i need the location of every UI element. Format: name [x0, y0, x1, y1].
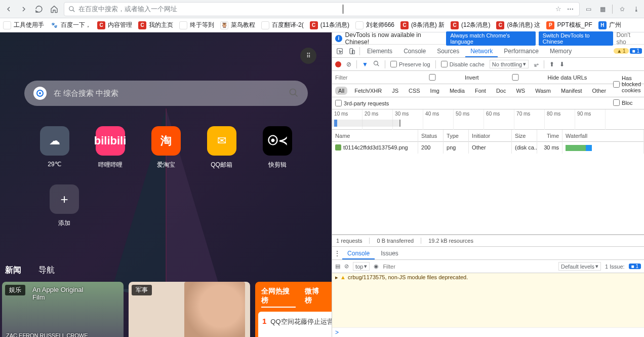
console-filter-input[interactable] — [383, 264, 554, 270]
bookmark-item[interactable]: H广州 — [598, 21, 621, 29]
tile-taobao[interactable]: 淘爱淘宝 — [151, 126, 181, 169]
bookmark-item[interactable]: ≡工具使用手 — [3, 21, 44, 29]
tab-console[interactable]: Console — [398, 45, 431, 57]
download-har-icon[interactable]: ⬇ — [559, 61, 565, 68]
bookmark-item[interactable]: 🦉菜鸟教程 — [220, 21, 255, 29]
feed-card-entertainment[interactable]: 娱乐 An Apple Original Film ZAC EFRON RUSS… — [2, 282, 124, 337]
feed-tab-nav[interactable]: 导航 — [37, 263, 56, 278]
search-placeholder: 在 综合搜索 中搜索 — [54, 89, 118, 98]
search-icon[interactable] — [373, 60, 380, 68]
bookmark-item[interactable]: C内容管理 — [97, 21, 132, 29]
apps-icon[interactable]: ▦ — [598, 5, 607, 14]
record-button[interactable] — [335, 61, 341, 67]
tab-elements[interactable]: Elements — [362, 45, 397, 57]
type-filter[interactable]: Img — [427, 87, 442, 95]
type-filter[interactable]: Doc — [493, 87, 509, 95]
type-filter[interactable]: Media — [447, 87, 468, 95]
type-filter[interactable]: Manifest — [558, 87, 585, 95]
blocked-cookies-checkbox[interactable]: Has blocked cookies — [613, 75, 641, 93]
console-context-select[interactable]: top ▾ — [353, 262, 370, 271]
bookmark-item[interactable]: C(8条消息) 新 — [400, 21, 445, 29]
bookmark-item[interactable]: C(11条消息) — [310, 21, 349, 29]
network-timeline[interactable]: 10 ms20 ms30 ms40 ms50 ms60 ms70 ms80 ms… — [332, 109, 644, 130]
console-sidebar-icon[interactable]: ▤ — [335, 263, 340, 270]
back-button[interactable] — [3, 4, 14, 15]
bookmark-item[interactable]: C我的主页 — [138, 21, 173, 29]
type-filter[interactable]: CSS — [406, 87, 423, 95]
drawer-menu-icon[interactable]: ⋮ — [334, 250, 340, 257]
switch-language-button[interactable]: Switch DevTools to Chinese — [539, 31, 614, 46]
address-bar[interactable]: 在百度中搜索，或者输入一个网址 ☆ ⋯ — [64, 2, 580, 16]
search-submit-icon[interactable] — [289, 88, 299, 99]
favorites-icon[interactable]: ✩ — [618, 5, 627, 14]
hide-data-urls-checkbox[interactable]: Hide data URLs — [485, 74, 587, 81]
wifi-icon[interactable]: ⥵ — [534, 61, 539, 68]
add-tile[interactable]: + 添加 — [50, 184, 79, 228]
favicon: P — [546, 21, 554, 29]
console-clear-icon[interactable]: ⊘ — [344, 263, 349, 270]
add-tile-label: 添加 — [58, 219, 70, 228]
tile-kuaijian[interactable]: ⦿≺快剪辑 — [263, 126, 292, 169]
console-warning-line[interactable]: ▸ ▲ crbug/1173575, non-JS module files d… — [335, 274, 641, 281]
drawer-tab-issues[interactable]: Issues — [376, 247, 404, 259]
tab-sources[interactable]: Sources — [432, 45, 464, 57]
feed-tab-news[interactable]: 新闻 — [4, 263, 22, 278]
drawer-tab-console[interactable]: Console — [342, 247, 375, 259]
bookmark-item[interactable]: ◎刘老师666 — [355, 21, 394, 29]
search-bar[interactable]: 在 综合搜索 中搜索 — [24, 81, 308, 106]
bookmark-item[interactable]: C(8条消息) 这 — [496, 21, 540, 29]
feed-card-hotlist[interactable]: 全网热搜榜 微博榜 资讯榜 1QQ空间花藤停止运营 — [255, 282, 332, 337]
reload-button[interactable] — [33, 4, 45, 15]
tile-qqmail[interactable]: ✉QQ邮箱 — [207, 126, 236, 169]
type-filter[interactable]: Fetch/XHR — [351, 87, 385, 95]
filter-toggle-icon[interactable]: ▼ — [362, 61, 368, 68]
device-icon[interactable] — [346, 48, 357, 55]
third-party-checkbox[interactable]: 3rd-party requests — [335, 100, 389, 106]
apps-menu-button[interactable]: ⠿ — [300, 48, 316, 64]
warnings-badge[interactable]: ▲ 1 — [614, 48, 628, 54]
type-filter[interactable]: All — [335, 87, 347, 95]
disable-cache-checkbox[interactable]: Disable cache — [441, 61, 485, 67]
tab-network[interactable]: Network — [465, 45, 498, 57]
table-row[interactable]: t0114c2ffdd3d137549.png 200 png Other (d… — [332, 142, 644, 153]
preserve-log-checkbox[interactable]: Preserve log — [390, 61, 430, 67]
bookmark-item[interactable]: C(12条消息) — [451, 21, 490, 29]
download-icon[interactable]: ⭳ — [632, 5, 641, 14]
match-language-button[interactable]: Always match Chrome's language — [446, 31, 535, 46]
tile-weather[interactable]: ☁29℃ — [40, 126, 69, 169]
inspect-icon[interactable] — [334, 48, 345, 55]
more-icon[interactable]: ⋯ — [566, 5, 575, 14]
filter-input[interactable] — [335, 74, 396, 81]
invert-checkbox[interactable]: Invert — [402, 74, 479, 81]
feed-card-military[interactable]: 军事 — [129, 282, 250, 337]
star-icon[interactable]: ☆ — [554, 5, 563, 14]
tile-bilibili[interactable]: bilibili哔哩哔哩 — [96, 126, 125, 169]
bookmark-item[interactable]: PPPT模板_PF — [546, 21, 592, 29]
console-issue-badge[interactable]: ■ 1 — [629, 264, 641, 269]
tab-performance[interactable]: Performance — [499, 45, 544, 57]
log-levels-select[interactable]: Default levels ▾ — [558, 262, 601, 271]
eye-icon[interactable]: ◉ — [374, 263, 379, 270]
upload-har-icon[interactable]: ⬆ — [549, 61, 554, 68]
type-filter[interactable]: Wasm — [532, 87, 554, 95]
reader-icon[interactable]: ▭ — [584, 5, 593, 14]
forward-button[interactable] — [18, 4, 29, 15]
type-filter[interactable]: Font — [472, 87, 489, 95]
home-button[interactable] — [49, 4, 60, 15]
bookmark-label: 刘老师666 — [366, 21, 394, 29]
bookmarks-bar: ≡工具使用手🐾百度一下，C内容管理C我的主页◎终于等到🦉菜鸟教程译百度翻译-2(… — [0, 18, 644, 32]
issues-badge[interactable]: ■ 1 — [630, 48, 642, 54]
tab-memory[interactable]: Memory — [545, 45, 577, 57]
bookmark-item[interactable]: 译百度翻译-2( — [261, 21, 304, 29]
throttling-select[interactable]: No throttling ▾ — [490, 60, 529, 68]
console-prompt[interactable] — [332, 327, 644, 337]
type-filter[interactable]: JS — [389, 87, 401, 95]
bookmark-item[interactable]: 🐾百度一下， — [50, 21, 91, 29]
type-filter[interactable]: Other — [589, 87, 610, 95]
expand-caret-icon[interactable]: ▸ — [335, 274, 338, 281]
type-filter[interactable]: WS — [513, 87, 528, 95]
bookmark-item[interactable]: ◎终于等到 — [179, 21, 214, 29]
clear-button[interactable]: ⊘ — [346, 61, 351, 68]
network-table-header: Name Status Type Initiator Size Time Wat… — [332, 130, 644, 142]
favicon: ◎ — [179, 21, 187, 29]
